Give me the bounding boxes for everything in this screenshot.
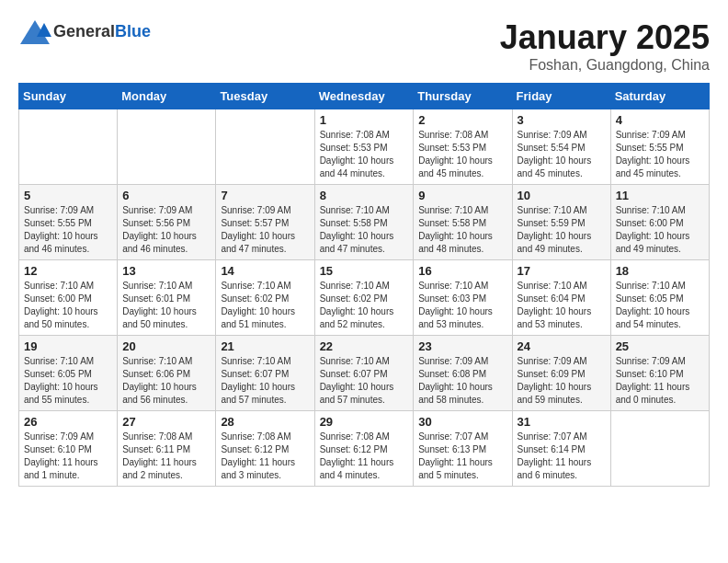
day-number: 18	[616, 264, 704, 278]
day-number: 6	[122, 189, 210, 202]
weekday-header: Saturday	[610, 84, 709, 109]
calendar-cell: 26Sunrise: 7:09 AM Sunset: 6:10 PM Dayli…	[19, 411, 118, 487]
day-number: 25	[616, 339, 704, 353]
calendar-cell: 12Sunrise: 7:10 AM Sunset: 6:00 PM Dayli…	[19, 260, 118, 336]
page-header: GeneralBlue January 2025 Foshan, Guangdo…	[18, 18, 710, 74]
logo-general: General	[53, 22, 115, 40]
day-info: Sunrise: 7:09 AM Sunset: 5:55 PM Dayligh…	[24, 204, 112, 256]
day-info: Sunrise: 7:10 AM Sunset: 5:58 PM Dayligh…	[418, 204, 506, 256]
day-number: 30	[418, 415, 506, 429]
weekday-header: Sunday	[19, 84, 118, 109]
calendar-cell: 21Sunrise: 7:10 AM Sunset: 6:07 PM Dayli…	[216, 336, 314, 411]
day-info: Sunrise: 7:10 AM Sunset: 6:04 PM Dayligh…	[518, 280, 606, 331]
day-number: 3	[518, 113, 606, 127]
logo-blue: Blue	[115, 22, 151, 40]
day-number: 14	[221, 264, 309, 278]
day-number: 16	[418, 264, 506, 278]
day-info: Sunrise: 7:10 AM Sunset: 6:01 PM Dayligh…	[122, 280, 210, 331]
logo-icon	[18, 18, 51, 46]
day-number: 22	[320, 339, 409, 353]
day-info: Sunrise: 7:09 AM Sunset: 6:10 PM Dayligh…	[616, 355, 704, 407]
day-info: Sunrise: 7:09 AM Sunset: 5:56 PM Dayligh…	[122, 204, 210, 256]
calendar-cell: 25Sunrise: 7:09 AM Sunset: 6:10 PM Dayli…	[610, 336, 709, 411]
calendar-cell: 4Sunrise: 7:09 AM Sunset: 5:55 PM Daylig…	[610, 109, 709, 185]
calendar-cell: 24Sunrise: 7:09 AM Sunset: 6:09 PM Dayli…	[512, 336, 610, 411]
day-info: Sunrise: 7:07 AM Sunset: 6:14 PM Dayligh…	[518, 431, 606, 482]
calendar-cell: 20Sunrise: 7:10 AM Sunset: 6:06 PM Dayli…	[118, 336, 216, 411]
day-number: 13	[122, 264, 210, 278]
weekday-header-row: SundayMondayTuesdayWednesdayThursdayFrid…	[19, 84, 710, 109]
day-number: 10	[518, 189, 606, 202]
calendar-week-row: 19Sunrise: 7:10 AM Sunset: 6:05 PM Dayli…	[19, 336, 710, 411]
title-block: January 2025 Foshan, Guangdong, China	[500, 18, 710, 74]
calendar-cell: 18Sunrise: 7:10 AM Sunset: 6:05 PM Dayli…	[610, 260, 709, 336]
calendar-cell: 9Sunrise: 7:10 AM Sunset: 5:58 PM Daylig…	[414, 185, 512, 260]
day-number: 11	[616, 189, 704, 202]
day-number: 31	[518, 415, 606, 429]
weekday-header: Thursday	[414, 84, 512, 109]
calendar-cell: 11Sunrise: 7:10 AM Sunset: 6:00 PM Dayli…	[610, 185, 709, 260]
day-number: 7	[221, 189, 309, 202]
day-info: Sunrise: 7:09 AM Sunset: 6:08 PM Dayligh…	[418, 355, 506, 407]
day-info: Sunrise: 7:08 AM Sunset: 6:12 PM Dayligh…	[320, 431, 409, 482]
day-info: Sunrise: 7:10 AM Sunset: 6:00 PM Dayligh…	[24, 280, 112, 331]
day-info: Sunrise: 7:08 AM Sunset: 6:12 PM Dayligh…	[221, 431, 309, 482]
day-number: 17	[518, 264, 606, 278]
day-info: Sunrise: 7:10 AM Sunset: 6:07 PM Dayligh…	[320, 355, 409, 407]
calendar-cell	[19, 109, 118, 185]
day-info: Sunrise: 7:09 AM Sunset: 5:57 PM Dayligh…	[221, 204, 309, 256]
calendar-cell: 29Sunrise: 7:08 AM Sunset: 6:12 PM Dayli…	[314, 411, 414, 487]
calendar-week-row: 12Sunrise: 7:10 AM Sunset: 6:00 PM Dayli…	[19, 260, 710, 336]
day-number: 26	[24, 415, 112, 429]
weekday-header: Friday	[512, 84, 610, 109]
logo: GeneralBlue	[18, 18, 151, 46]
calendar-cell: 5Sunrise: 7:09 AM Sunset: 5:55 PM Daylig…	[19, 185, 118, 260]
calendar-cell: 16Sunrise: 7:10 AM Sunset: 6:03 PM Dayli…	[414, 260, 512, 336]
calendar-cell	[216, 109, 314, 185]
calendar-cell: 14Sunrise: 7:10 AM Sunset: 6:02 PM Dayli…	[216, 260, 314, 336]
day-info: Sunrise: 7:10 AM Sunset: 6:03 PM Dayligh…	[418, 280, 506, 331]
calendar-cell: 30Sunrise: 7:07 AM Sunset: 6:13 PM Dayli…	[414, 411, 512, 487]
weekday-header: Monday	[118, 84, 216, 109]
calendar-cell: 3Sunrise: 7:09 AM Sunset: 5:54 PM Daylig…	[512, 109, 610, 185]
calendar-table: SundayMondayTuesdayWednesdayThursdayFrid…	[18, 83, 710, 487]
calendar-cell	[610, 411, 709, 487]
day-info: Sunrise: 7:08 AM Sunset: 5:53 PM Dayligh…	[320, 129, 409, 180]
day-info: Sunrise: 7:10 AM Sunset: 5:59 PM Dayligh…	[518, 204, 606, 256]
calendar-cell: 31Sunrise: 7:07 AM Sunset: 6:14 PM Dayli…	[512, 411, 610, 487]
day-number: 12	[24, 264, 112, 278]
calendar-cell: 17Sunrise: 7:10 AM Sunset: 6:04 PM Dayli…	[512, 260, 610, 336]
calendar-cell: 23Sunrise: 7:09 AM Sunset: 6:08 PM Dayli…	[414, 336, 512, 411]
day-number: 28	[221, 415, 309, 429]
day-number: 9	[418, 189, 506, 202]
calendar-cell: 27Sunrise: 7:08 AM Sunset: 6:11 PM Dayli…	[118, 411, 216, 487]
calendar-cell: 7Sunrise: 7:09 AM Sunset: 5:57 PM Daylig…	[216, 185, 314, 260]
calendar-week-row: 5Sunrise: 7:09 AM Sunset: 5:55 PM Daylig…	[19, 185, 710, 260]
day-info: Sunrise: 7:07 AM Sunset: 6:13 PM Dayligh…	[418, 431, 506, 482]
day-info: Sunrise: 7:10 AM Sunset: 6:02 PM Dayligh…	[320, 280, 409, 331]
day-info: Sunrise: 7:10 AM Sunset: 6:06 PM Dayligh…	[122, 355, 210, 407]
day-info: Sunrise: 7:10 AM Sunset: 6:07 PM Dayligh…	[221, 355, 309, 407]
day-number: 4	[616, 113, 704, 127]
day-number: 2	[418, 113, 506, 127]
calendar-cell: 13Sunrise: 7:10 AM Sunset: 6:01 PM Dayli…	[118, 260, 216, 336]
day-info: Sunrise: 7:09 AM Sunset: 5:55 PM Dayligh…	[616, 129, 704, 180]
weekday-header: Wednesday	[314, 84, 414, 109]
day-info: Sunrise: 7:10 AM Sunset: 6:00 PM Dayligh…	[616, 204, 704, 256]
day-info: Sunrise: 7:08 AM Sunset: 6:11 PM Dayligh…	[122, 431, 210, 482]
day-info: Sunrise: 7:10 AM Sunset: 6:05 PM Dayligh…	[616, 280, 704, 331]
day-number: 23	[418, 339, 506, 353]
calendar-cell: 1Sunrise: 7:08 AM Sunset: 5:53 PM Daylig…	[314, 109, 414, 185]
day-info: Sunrise: 7:08 AM Sunset: 5:53 PM Dayligh…	[418, 129, 506, 180]
day-info: Sunrise: 7:10 AM Sunset: 6:05 PM Dayligh…	[24, 355, 112, 407]
day-number: 20	[122, 339, 210, 353]
day-number: 1	[320, 113, 409, 127]
day-number: 15	[320, 264, 409, 278]
calendar-cell: 19Sunrise: 7:10 AM Sunset: 6:05 PM Dayli…	[19, 336, 118, 411]
day-number: 21	[221, 339, 309, 353]
day-number: 29	[320, 415, 409, 429]
calendar-cell: 8Sunrise: 7:10 AM Sunset: 5:58 PM Daylig…	[314, 185, 414, 260]
calendar-cell: 15Sunrise: 7:10 AM Sunset: 6:02 PM Dayli…	[314, 260, 414, 336]
day-number: 24	[518, 339, 606, 353]
day-info: Sunrise: 7:10 AM Sunset: 5:58 PM Dayligh…	[320, 204, 409, 256]
